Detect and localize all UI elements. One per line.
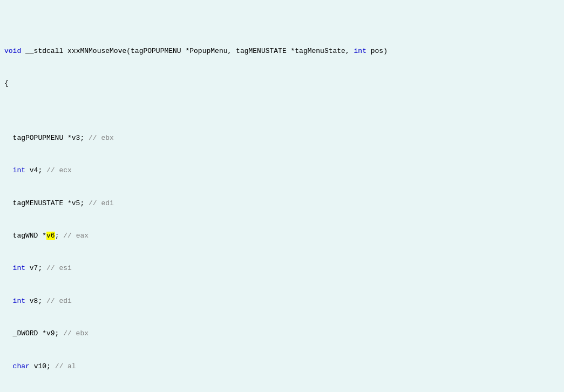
line-10: char v10; // al <box>4 361 560 372</box>
line-8: int v8; // edi <box>4 296 560 307</box>
line-6: tagWND *v6; // eax <box>4 231 560 241</box>
line-2: { <box>4 78 560 89</box>
line-3: tagPOPUPMENU *v3; // ebx <box>4 133 560 144</box>
line-4: int v4; // ecx <box>4 165 560 176</box>
line-9: _DWORD *v9; // ebx <box>4 328 560 339</box>
line-5: tagMENUSTATE *v5; // edi <box>4 198 560 209</box>
line-7: int v7; // esi <box>4 263 560 274</box>
line-1: void __stdcall xxxMNMouseMove(tagPOPUPME… <box>4 46 560 57</box>
v6-highlight-decl: v6 <box>46 232 55 240</box>
code-container: void __stdcall xxxMNMouseMove(tagPOPUPME… <box>0 0 564 392</box>
